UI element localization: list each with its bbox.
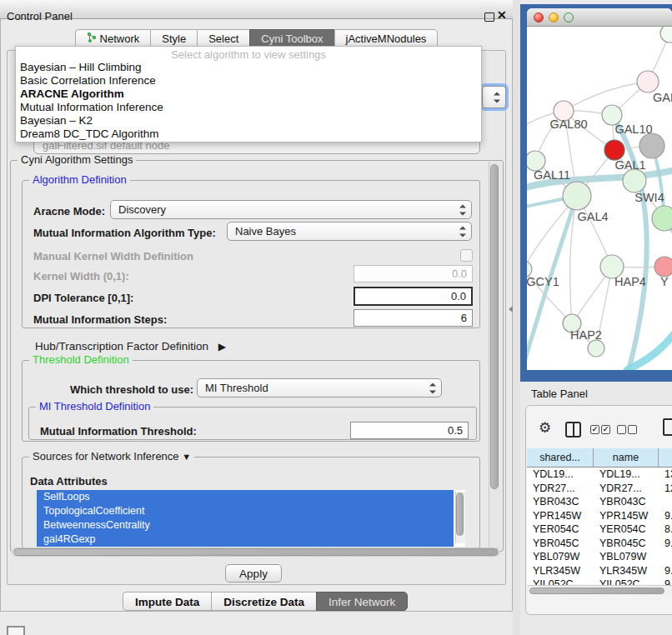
algorithm-option[interactable]: Bayesian – K2 (16, 114, 481, 128)
table-cell[interactable]: YDL19... (594, 468, 659, 482)
float-window-icon[interactable] (484, 12, 494, 22)
table-cell[interactable]: YBR043C (527, 495, 594, 509)
attr-list-scrollbar-thumb[interactable] (456, 492, 464, 536)
which-threshold-combo[interactable]: MI Threshold (197, 378, 442, 398)
algorithm-option[interactable]: Dream8 DC_TDC Algorithm (16, 128, 481, 141)
hub-definition-label: Hub/Transcription Factor Definition (35, 340, 208, 352)
node-gal7[interactable] (637, 71, 659, 92)
deselect-all-icon[interactable] (628, 425, 637, 434)
table-cell[interactable]: 9. (659, 509, 672, 523)
node-bottom[interactable] (588, 340, 604, 357)
algorithm-option[interactable]: Mutual Information Inference (16, 101, 481, 114)
table-row[interactable]: YER054CYER054C8. (527, 522, 672, 537)
table-cell[interactable]: YDR27... (594, 482, 659, 496)
panel-title: Control Panel (7, 10, 73, 22)
select-all-icon[interactable]: ✓ (601, 425, 610, 434)
table-cell[interactable] (659, 495, 672, 509)
table-cell[interactable] (659, 550, 672, 564)
deselect-all-icon[interactable] (617, 425, 626, 434)
table-cell[interactable]: YDL19... (527, 468, 594, 482)
zoom-window-icon[interactable] (564, 12, 574, 22)
table-row[interactable]: YPR145WYPR145W9. (527, 509, 672, 523)
tab-infer-network[interactable]: Infer Network (316, 592, 408, 611)
tab-impute-data[interactable]: Impute Data (123, 592, 211, 611)
sources-group-title[interactable]: Sources for Network Inference ▼ (29, 450, 194, 462)
table-cell[interactable]: YBL079W (594, 550, 659, 564)
panel-divider[interactable] (513, 0, 520, 635)
node-salmon[interactable] (654, 257, 672, 277)
table-cell[interactable]: 9. (659, 537, 672, 551)
table-cell[interactable]: YPR145W (594, 509, 659, 523)
table-cell[interactable]: YBR045C (594, 537, 659, 551)
table-cell[interactable]: 12 (659, 482, 672, 496)
table-row[interactable]: YDR27...YDR27...12 (527, 482, 672, 496)
table-cell[interactable]: YPR145W (527, 509, 594, 523)
manual-kernel-checkbox[interactable] (460, 249, 473, 262)
application-window: Control Panel ✕ NetworkStyleSelectCyni T… (0, 0, 672, 635)
algorithm-option[interactable]: Bayesian – Hill Climbing (16, 61, 481, 74)
network-window-titlebar[interactable] (527, 8, 672, 27)
table-cell[interactable]: 9. (659, 564, 672, 578)
table-cell[interactable]: YIL052C (527, 578, 594, 585)
table-cell[interactable]: YER054C (594, 522, 659, 537)
column-header-shared[interactable]: shared... (527, 448, 594, 468)
table-cell[interactable]: YBL079W (527, 550, 594, 564)
table-row[interactable]: YBL079WYBL079W (527, 550, 672, 564)
node-gray[interactable] (639, 133, 664, 158)
table-cell[interactable]: YLR345W (594, 564, 659, 578)
gear-icon[interactable]: ⚙ (539, 419, 551, 437)
dpi-tolerance-field[interactable]: 0.0 (354, 287, 473, 306)
table-cell[interactable]: YBR043C (594, 495, 659, 509)
attribute-list-item[interactable]: BetweennessCentrality (37, 518, 454, 532)
document-icon[interactable] (663, 418, 672, 436)
close-window-icon[interactable] (534, 12, 544, 22)
inference-algorithm-combo-fragment[interactable] (482, 86, 506, 108)
column-header-name[interactable]: name (594, 448, 659, 468)
settings-scrollbar-thumb[interactable] (490, 164, 499, 489)
mi-steps-field[interactable]: 6 (354, 309, 473, 327)
column-header-a[interactable]: A (659, 448, 672, 468)
attribute-list-item[interactable]: TopologicalCoefficient (37, 504, 454, 518)
attribute-list-item[interactable]: SelfLoops (37, 490, 454, 504)
mi-threshold-field[interactable]: 0.5 (350, 422, 469, 439)
table-row[interactable]: YIL052CYIL052C9. (527, 578, 672, 585)
table-hscrollbar[interactable] (527, 585, 672, 595)
settings-hscrollbar-thumb[interactable] (13, 548, 499, 556)
table-cell[interactable]: 8. (659, 522, 672, 537)
network-canvas[interactable]: GAL7GAL80GAL10GAL1GAL11SWI4GAL4GCY1HAP4Y… (527, 27, 672, 370)
table-row[interactable]: YLR345WYLR345W9. (527, 564, 672, 578)
tab-discretize-data[interactable]: Discretize Data (211, 592, 316, 611)
table-cell[interactable]: 13 (659, 468, 672, 482)
column-view-icon[interactable] (565, 422, 581, 438)
node-table[interactable]: shared...nameAYDL19...YDL19...13YDR27...… (527, 448, 672, 585)
table-cell[interactable]: YIL052C (594, 578, 659, 585)
node-top-right[interactable] (660, 27, 672, 42)
hub-definition-toggle[interactable]: Hub/Transcription Factor Definition ▶ (35, 340, 226, 352)
table-cell[interactable]: 9. (659, 578, 672, 585)
collapsed-panel-icon[interactable] (7, 626, 25, 635)
table-cell[interactable]: YDR27... (527, 482, 594, 496)
table-row[interactable]: YBR043CYBR043C (527, 495, 672, 509)
table-row[interactable]: YBR045CYBR045C9. (527, 537, 672, 551)
select-all-icon[interactable]: ✓ (590, 425, 599, 434)
table-cell[interactable]: YER054C (527, 522, 594, 537)
close-icon[interactable]: ✕ (497, 8, 507, 22)
mi-type-combo[interactable]: Naive Bayes (227, 222, 472, 241)
node-gal1[interactable] (604, 140, 624, 160)
node-gal4[interactable] (563, 182, 591, 210)
table-row[interactable]: YDL19...YDL19...13 (527, 468, 672, 482)
collapse-down-icon[interactable]: ▼ (182, 452, 191, 462)
node-swi4[interactable] (623, 169, 646, 192)
algorithm-option[interactable]: Basic Correlation Inference (16, 74, 481, 88)
node-right-green[interactable] (652, 206, 672, 231)
table-cell[interactable]: YLR345W (527, 564, 594, 578)
algorithm-option[interactable]: ARACNE Algorithm (16, 88, 481, 101)
aracne-mode-combo[interactable]: Discovery (110, 200, 472, 219)
expand-right-icon[interactable]: ▶ (218, 341, 226, 352)
minimize-window-icon[interactable] (549, 12, 559, 22)
apply-button[interactable]: Apply (225, 564, 282, 582)
divider-collapse-icon[interactable] (505, 306, 513, 312)
attribute-list-item[interactable]: gal4RGexp (37, 532, 454, 547)
table-cell[interactable]: YBR045C (527, 537, 594, 551)
table-hscrollbar-thumb[interactable] (529, 588, 664, 594)
